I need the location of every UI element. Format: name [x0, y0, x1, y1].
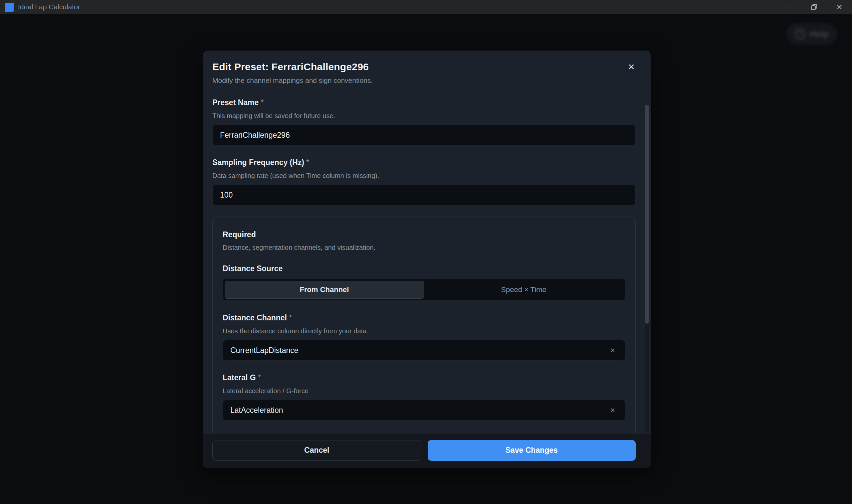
lateral-g-label: Lateral G*	[223, 373, 625, 382]
dialog-title: Edit Preset: FerrariChallenge296	[212, 61, 636, 73]
edit-preset-dialog: Edit Preset: FerrariChallenge296 Modify …	[203, 51, 651, 468]
dialog-footer: Cancel Save Changes	[203, 433, 651, 468]
distance-source-option-speed-time[interactable]: Speed × Time	[424, 281, 623, 299]
required-asterisk: *	[289, 313, 292, 322]
restore-button[interactable]	[801, 0, 827, 14]
scrollbar-thumb[interactable]	[645, 105, 649, 324]
required-asterisk: *	[261, 98, 264, 107]
help-icon: ?	[795, 29, 805, 39]
help-button[interactable]: ? Help	[786, 23, 837, 45]
sampling-frequency-input[interactable]	[212, 185, 636, 205]
sampling-frequency-help: Data sampling rate (used when Time colum…	[212, 172, 636, 180]
dialog-close-button[interactable]: ×	[624, 59, 639, 74]
app-background: ? Help Edit Preset: FerrariChallenge296 …	[0, 14, 852, 504]
required-section-title: Required	[223, 230, 625, 239]
distance-source-toggle: From Channel Speed × Time	[223, 279, 625, 301]
preset-name-input[interactable]	[212, 125, 636, 145]
preset-name-help: This mapping will be saved for future us…	[212, 112, 636, 120]
lateral-g-input-wrap: ×	[223, 400, 625, 420]
sampling-frequency-group: Sampling Frequency (Hz)* Data sampling r…	[212, 158, 636, 205]
distance-channel-help: Uses the distance column directly from y…	[223, 327, 625, 335]
restore-icon	[809, 2, 819, 12]
lateral-g-help: Lateral acceleration / G-force	[223, 387, 625, 395]
minimize-button[interactable]	[776, 0, 801, 14]
titlebar: Ideal Lap Calculator ×	[0, 0, 852, 14]
app-icon	[5, 3, 14, 12]
required-section-subtitle: Distance, segmentation channels, and vis…	[223, 244, 625, 252]
distance-channel-group: Distance Channel* Uses the distance colu…	[223, 313, 625, 361]
distance-source-group: Distance Source From Channel Speed × Tim…	[223, 264, 625, 301]
close-window-button[interactable]: ×	[827, 0, 852, 14]
window-title: Ideal Lap Calculator	[18, 3, 80, 11]
lateral-g-group: Lateral G* Lateral acceleration / G-forc…	[223, 373, 625, 420]
required-section: Required Distance, segmentation channels…	[212, 217, 636, 433]
required-asterisk: *	[258, 373, 261, 382]
preset-name-label: Preset Name*	[212, 98, 636, 107]
close-icon: ×	[628, 61, 635, 72]
distance-channel-input[interactable]	[223, 340, 625, 361]
distance-source-label: Distance Source	[223, 264, 625, 273]
distance-source-option-from-channel[interactable]: From Channel	[225, 281, 424, 299]
distance-channel-label: Distance Channel*	[223, 313, 625, 322]
clear-icon: ×	[610, 406, 615, 414]
required-asterisk: *	[306, 158, 309, 167]
sampling-frequency-label: Sampling Frequency (Hz)*	[212, 158, 636, 167]
distance-channel-clear-button[interactable]: ×	[607, 344, 619, 356]
dialog-header: Edit Preset: FerrariChallenge296 Modify …	[203, 51, 651, 95]
window-controls: ×	[776, 0, 852, 14]
distance-channel-input-wrap: ×	[223, 340, 625, 361]
minimize-icon	[786, 7, 792, 7]
close-window-icon: ×	[836, 2, 842, 12]
help-button-label: Help	[810, 29, 828, 39]
lateral-g-input[interactable]	[223, 400, 625, 420]
preset-name-group: Preset Name* This mapping will be saved …	[212, 98, 636, 145]
segment-label: From Channel	[300, 285, 349, 294]
segment-label: Speed × Time	[501, 285, 546, 294]
clear-icon: ×	[610, 346, 615, 354]
dialog-body: Preset Name* This mapping will be saved …	[203, 95, 651, 433]
cancel-button[interactable]: Cancel	[212, 440, 421, 461]
dialog-subtitle: Modify the channel mappings and sign con…	[212, 76, 636, 85]
save-changes-button[interactable]: Save Changes	[428, 440, 636, 461]
lateral-g-clear-button[interactable]: ×	[607, 404, 619, 416]
